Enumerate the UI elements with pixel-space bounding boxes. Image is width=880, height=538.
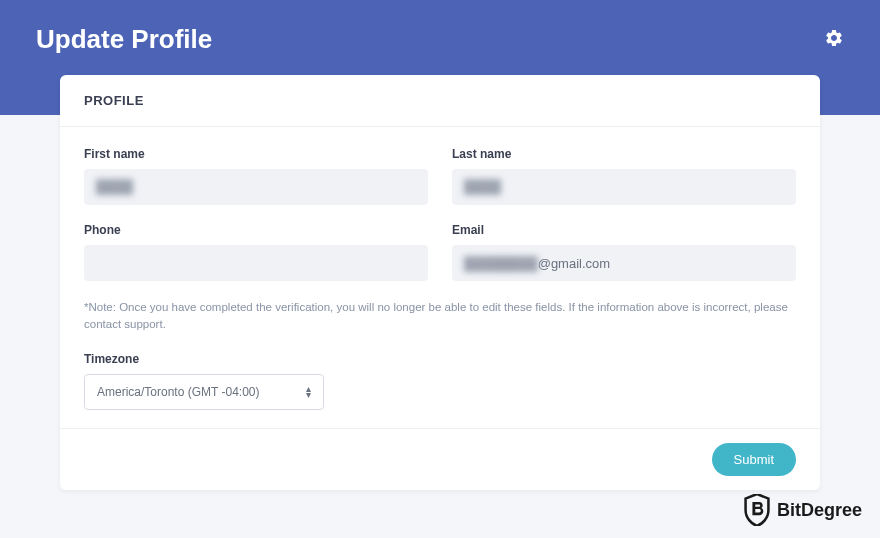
- last-name-group: Last name ████: [452, 147, 796, 205]
- card-body: First name ████ Last name ████ Phone Ema…: [60, 127, 820, 428]
- email-field[interactable]: ████████ @gmail.com: [452, 245, 796, 281]
- last-name-field[interactable]: ████: [452, 169, 796, 205]
- card-footer: Submit: [60, 428, 820, 490]
- first-name-field[interactable]: ████: [84, 169, 428, 205]
- timezone-group: Timezone America/Toronto (GMT -04:00) ▴▾: [84, 352, 324, 410]
- card-title: PROFILE: [84, 93, 796, 108]
- form-row: First name ████ Last name ████: [84, 147, 796, 205]
- timezone-label: Timezone: [84, 352, 324, 366]
- page-title: Update Profile: [36, 24, 212, 55]
- email-label: Email: [452, 223, 796, 237]
- last-name-label: Last name: [452, 147, 796, 161]
- phone-group: Phone: [84, 223, 428, 281]
- watermark: BitDegree: [743, 494, 862, 526]
- gear-icon[interactable]: [824, 28, 844, 48]
- phone-field[interactable]: [84, 245, 428, 281]
- timezone-select[interactable]: America/Toronto (GMT -04:00) ▴▾: [84, 374, 324, 410]
- verification-note: *Note: Once you have completed the verif…: [84, 299, 796, 334]
- first-name-group: First name ████: [84, 147, 428, 205]
- email-prefix: ████████: [464, 256, 538, 271]
- email-suffix: @gmail.com: [538, 256, 610, 271]
- profile-card: PROFILE First name ████ Last name ████ P…: [60, 75, 820, 490]
- shield-icon: [743, 494, 771, 526]
- select-arrows-icon: ▴▾: [306, 386, 311, 398]
- first-name-label: First name: [84, 147, 428, 161]
- timezone-value: America/Toronto (GMT -04:00): [97, 385, 260, 399]
- last-name-value: ████: [464, 179, 501, 194]
- first-name-value: ████: [96, 179, 133, 194]
- card-header: PROFILE: [60, 75, 820, 127]
- submit-button[interactable]: Submit: [712, 443, 796, 476]
- watermark-text: BitDegree: [777, 500, 862, 521]
- form-row: Phone Email ████████ @gmail.com: [84, 223, 796, 281]
- phone-label: Phone: [84, 223, 428, 237]
- email-group: Email ████████ @gmail.com: [452, 223, 796, 281]
